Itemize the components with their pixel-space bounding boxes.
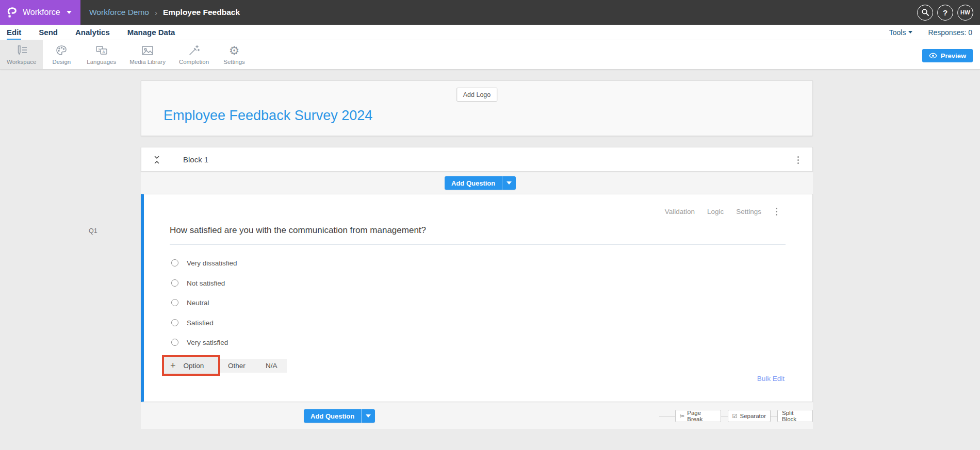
block-actions: ✂ Page Break ☑ Separator Split Block [675,410,813,422]
scissors-icon: ✂ [680,413,684,419]
help-icon: ? [943,8,948,17]
collapse-block-icon[interactable] [154,156,160,164]
responses-count[interactable]: Responses: 0 [928,28,972,37]
add-question-button-bottom[interactable]: Add Question [304,409,375,423]
chevron-down-icon [67,11,72,14]
product-name: Workforce [23,8,60,17]
tab-send[interactable]: Send [39,25,58,40]
question-divider [170,244,786,245]
toolbar-item-settings[interactable]: ⚙ Settings [216,40,253,69]
plus-icon: + [170,361,176,370]
chevron-down-icon [366,414,371,418]
choice-row: Very dissatisfied [171,257,237,269]
separator-label: Separator [740,413,766,419]
toolbar-item-workspace[interactable]: Workspace [0,40,43,69]
add-question-band-top: Add Question [141,172,813,194]
block-options-kebab-icon[interactable] [795,154,801,166]
eye-icon [929,53,937,59]
avatar[interactable]: HW [957,5,973,21]
choice-label[interactable]: Not satisfied [187,279,225,287]
add-na-button[interactable]: N/A [266,359,277,373]
qualtrics-logo-icon [7,6,18,19]
page-break-button[interactable]: ✂ Page Break [675,410,721,422]
toolbar-item-design[interactable]: Design [43,40,80,69]
toolbar-item-completion[interactable]: Completion [172,40,216,69]
tab-manage-data[interactable]: Manage Data [127,25,175,40]
topbar-actions: ? HW [917,5,973,21]
languages-icon: x A [95,44,108,57]
chevron-down-icon [507,181,512,185]
add-question-label[interactable]: Add Question [304,409,361,423]
choice-label[interactable]: Satisfied [187,319,214,327]
toolbar-item-label: Settings [223,59,245,65]
question-card: Validation Logic Settings How satisfied … [141,194,813,402]
choice-label[interactable]: Very dissatisfied [187,259,237,267]
chevron-down-icon [908,31,912,34]
checkbox-icon: ☑ [732,413,738,419]
design-icon [55,44,68,57]
add-question-button-top[interactable]: Add Question [445,176,516,190]
validation-link[interactable]: Validation [665,208,695,215]
toolbar-item-label: Workspace [7,59,36,65]
survey-title[interactable]: Employee Feedback Survey 2024 [164,108,372,124]
tools-label: Tools [889,28,906,37]
breadcrumb-separator: › [155,8,157,17]
toolbar-item-media-library[interactable]: Media Library [123,40,172,69]
radio-button[interactable] [171,299,178,306]
svg-text:x: x [98,47,100,52]
block-name[interactable]: Block 1 [162,147,208,171]
choice-row: Very satisfied [171,337,228,348]
toolbar-item-label: Languages [87,59,116,65]
add-option-button-highlighted[interactable]: + Option [162,355,220,376]
split-block-label: Split Block [782,410,808,422]
add-other-button[interactable]: Other [228,359,246,373]
question-id: Q1 [89,227,97,235]
question-meta-links: Validation Logic Settings [665,206,779,218]
logic-link[interactable]: Logic [707,208,724,215]
editor-toolbar: Workspace Design x A Languages [0,40,980,70]
add-question-dropdown[interactable] [502,176,516,190]
split-block-button[interactable]: Split Block [777,410,813,422]
tab-edit[interactable]: Edit [7,25,21,40]
preview-label: Preview [941,52,966,60]
breadcrumb-current: Employee Feedback [163,8,240,17]
choice-label[interactable]: Neutral [187,299,209,307]
toolbar-item-languages[interactable]: x A Languages [80,40,123,69]
add-logo-button[interactable]: Add Logo [456,88,498,102]
completion-icon [188,44,200,57]
question-options-kebab-icon[interactable] [774,206,779,218]
settings-gear-icon: ⚙ [229,44,240,57]
choice-row: Not satisfied [171,277,225,289]
avatar-initials: HW [960,9,970,15]
separator-button[interactable]: ☑ Separator [728,410,771,422]
media-library-icon [141,44,154,57]
radio-button[interactable] [171,339,178,346]
settings-link[interactable]: Settings [736,208,761,215]
radio-button[interactable] [171,279,178,287]
radio-button[interactable] [171,259,178,266]
section-nav: Edit Send Analytics Manage Data Tools Re… [0,25,980,40]
choice-row: Neutral [171,297,209,308]
block-header: Block 1 [141,147,813,172]
breadcrumb-project-link[interactable]: Workforce Demo [89,8,149,17]
search-button[interactable] [917,5,933,21]
radio-button[interactable] [171,319,178,326]
add-question-label[interactable]: Add Question [445,176,502,190]
toolbar-item-label: Media Library [129,59,166,65]
question-text[interactable]: How satisfied are you with the communica… [170,225,426,236]
add-option-label: Option [184,362,204,370]
choice-label[interactable]: Very satisfied [187,339,228,346]
toolbar-item-label: Completion [179,59,209,65]
bulk-edit-link[interactable]: Bulk Edit [757,375,785,382]
page-break-label: Page Break [687,410,716,422]
tab-analytics[interactable]: Analytics [75,25,110,40]
product-switcher[interactable]: Workforce [0,0,80,25]
survey-editor-screen: Workforce Workforce Demo › Employee Feed… [0,0,980,450]
add-question-dropdown[interactable] [361,409,375,423]
top-bar: Workforce Workforce Demo › Employee Feed… [0,0,980,25]
tools-menu[interactable]: Tools [889,28,913,37]
add-question-band-bottom: Add Question ✂ Page Break ☑ Separator Sp… [141,402,813,429]
preview-button[interactable]: Preview [922,49,973,62]
nav-right: Tools Responses: 0 [889,25,972,40]
help-button[interactable]: ? [937,5,953,21]
